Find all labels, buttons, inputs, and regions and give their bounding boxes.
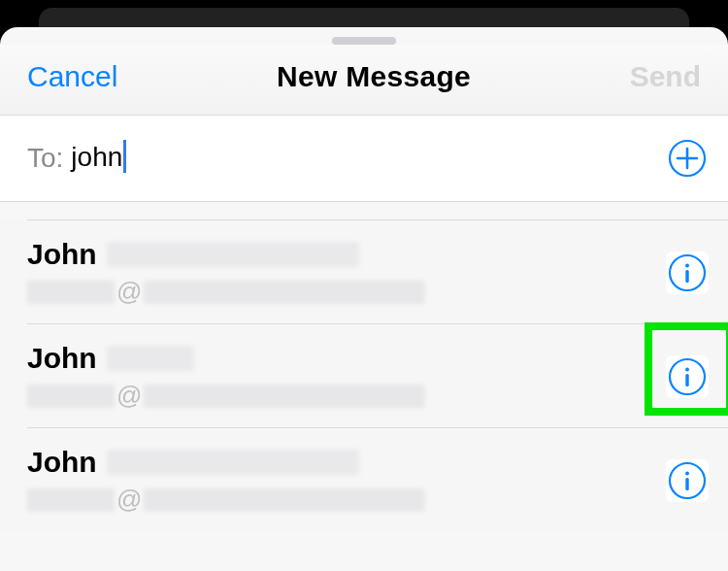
to-field-row[interactable]: To: john [0, 116, 728, 202]
contact-email: @ [27, 381, 666, 411]
contact-suggestion-item[interactable]: John @ [0, 428, 728, 532]
contact-info-button[interactable] [666, 355, 709, 398]
contact-surname-redacted [107, 450, 359, 475]
svg-point-4 [685, 263, 689, 267]
email-domain-redacted [144, 385, 425, 408]
contact-surname-redacted [107, 346, 194, 371]
contact-text: John @ [27, 342, 666, 411]
email-domain-redacted [144, 488, 425, 512]
contact-info-button[interactable] [666, 252, 709, 294]
navigation-bar: Cancel New Message Send [0, 45, 728, 116]
contact-suggestion-item[interactable]: John @ [0, 220, 728, 324]
add-contact-button[interactable] [666, 137, 709, 180]
info-icon [668, 253, 707, 292]
text-cursor [123, 140, 126, 173]
send-button[interactable]: Send [630, 60, 701, 93]
email-domain-redacted [144, 281, 425, 304]
contact-text: John @ [27, 238, 666, 307]
contact-info-button[interactable] [666, 459, 709, 502]
page-title: New Message [277, 60, 471, 93]
contact-surname-redacted [107, 242, 359, 267]
email-at-symbol: @ [116, 381, 142, 411]
contact-text: John @ [27, 446, 666, 515]
plus-circle-icon [668, 139, 707, 178]
contact-first-name: John [27, 342, 97, 375]
cancel-button[interactable]: Cancel [27, 60, 117, 93]
svg-point-7 [685, 367, 689, 371]
contact-email: @ [27, 277, 666, 307]
svg-rect-8 [685, 374, 688, 386]
info-icon [668, 357, 707, 396]
to-input[interactable]: john [71, 142, 666, 176]
svg-rect-11 [685, 478, 688, 490]
contact-first-name: John [27, 238, 97, 271]
contact-suggestion-item[interactable]: John @ [0, 324, 728, 428]
to-input-value: john [71, 142, 122, 172]
email-at-symbol: @ [116, 277, 142, 307]
contact-first-name: John [27, 446, 97, 479]
email-local-redacted [27, 281, 115, 304]
email-at-symbol: @ [116, 485, 142, 515]
contact-suggestions: John @ John [0, 219, 728, 532]
info-icon [668, 461, 707, 500]
drag-handle[interactable] [332, 37, 396, 45]
compose-sheet: Cancel New Message Send To: john John [0, 27, 728, 571]
email-local-redacted [27, 385, 115, 408]
contact-email: @ [27, 485, 666, 515]
svg-rect-5 [685, 270, 688, 283]
email-local-redacted [27, 488, 115, 512]
to-label: To: [27, 143, 63, 174]
svg-point-10 [685, 471, 689, 475]
